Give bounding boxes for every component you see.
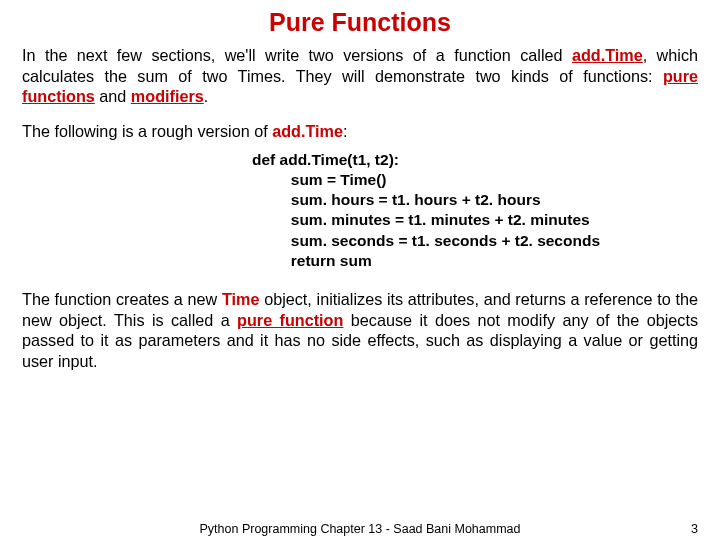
- code-line: sum. seconds = t1. seconds + t2. seconds: [252, 231, 698, 251]
- keyword-addtime: add.Time: [572, 46, 643, 64]
- text: .: [204, 87, 209, 105]
- footer-text: Python Programming Chapter 13 - Saad Ban…: [200, 522, 521, 536]
- code-line: sum. minutes = t1. minutes + t2. minutes: [252, 210, 698, 230]
- explanation-paragraph: The function creates a new Time object, …: [22, 289, 698, 372]
- keyword-modifiers: modifiers: [131, 87, 204, 105]
- text: The following is a rough version of: [22, 122, 272, 140]
- code-block: def add.Time(t1, t2): sum = Time() sum. …: [22, 150, 698, 271]
- text: :: [343, 122, 348, 140]
- text: and: [95, 87, 131, 105]
- keyword-pure-function: pure function: [237, 311, 343, 329]
- keyword-addtime: add.Time: [272, 122, 343, 140]
- keyword-time: Time: [222, 290, 260, 308]
- slide: Pure Functions In the next few sections,…: [0, 0, 720, 540]
- code-line: def add.Time(t1, t2):: [252, 150, 698, 170]
- text: In the next few sections, we'll write tw…: [22, 46, 572, 64]
- code-line: sum. hours = t1. hours + t2. hours: [252, 190, 698, 210]
- lead-in-paragraph: The following is a rough version of add.…: [22, 121, 698, 142]
- text: The function creates a new: [22, 290, 222, 308]
- intro-paragraph: In the next few sections, we'll write tw…: [22, 45, 698, 107]
- slide-title: Pure Functions: [22, 8, 698, 37]
- code-line: return sum: [252, 251, 698, 271]
- code-line: sum = Time(): [252, 170, 698, 190]
- page-number: 3: [691, 522, 698, 536]
